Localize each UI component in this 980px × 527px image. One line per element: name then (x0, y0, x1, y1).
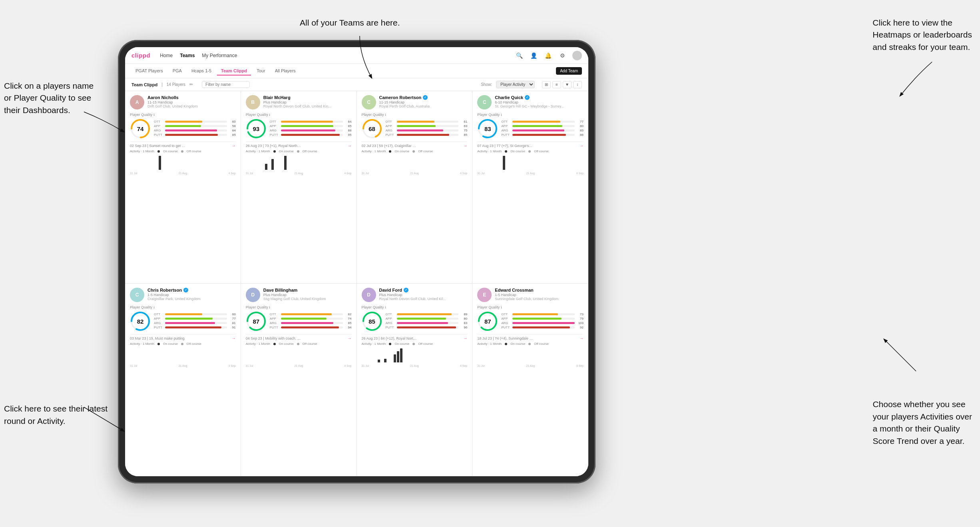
stat-value: 103 (576, 321, 584, 325)
latest-round[interactable]: 26 Aug 23 | 84 (+12), Royal North Devon … (362, 334, 468, 340)
score-circle[interactable]: 82 (130, 311, 151, 332)
stat-row: OTT 82 (270, 312, 352, 316)
filter-input[interactable] (202, 81, 250, 88)
stat-row: PUTT 96 (386, 326, 468, 329)
player-name[interactable]: Aaron Nicholls (147, 95, 236, 100)
stat-label: ARG (501, 129, 511, 132)
player-avatar: B (246, 95, 260, 109)
tab-all-players[interactable]: All Players (271, 67, 300, 76)
player-card[interactable]: C Charlie Quick ✓ 6-10 Handicap St. Geor… (472, 91, 588, 284)
player-name[interactable]: Edward Crossman (495, 288, 584, 292)
stat-label: PUTT (270, 326, 279, 329)
player-club: Sunningdale Golf Club, United Kingdom (495, 297, 584, 301)
settings-icon[interactable]: ⚙ (558, 51, 567, 60)
latest-round[interactable]: 02 Jul 23 | 59 (+17), Craiginillar Park … (362, 141, 468, 148)
x-label-2: 4 Sep (576, 172, 584, 175)
list-view-button[interactable]: ≡ (552, 81, 561, 88)
score-circle[interactable]: 87 (477, 311, 498, 332)
tab-tour[interactable]: Tour (253, 67, 269, 76)
latest-round[interactable]: 26 Aug 23 | 73 (+1), Royal North Devon G… (246, 141, 352, 148)
player-name[interactable]: Charlie Quick ✓ (495, 95, 584, 100)
score-circle[interactable]: 83 (477, 118, 498, 139)
player-card[interactable]: C Cameron Robertson ✓ 11-15 Handicap Roy… (357, 91, 473, 284)
score-circle[interactable]: 74 (130, 118, 151, 139)
quality-section[interactable]: 87 OTT 82 APP 74 ARG (246, 311, 352, 332)
stat-row: PUTT 91 (154, 326, 236, 329)
chart-axis: 31 Jul 21 Aug 4 Sep (246, 364, 352, 367)
filter-button[interactable]: ▼ (563, 81, 572, 88)
tab-hcaps[interactable]: Hcaps 1-5 (187, 67, 215, 76)
player-name[interactable]: Cameron Robertson ✓ (379, 95, 468, 100)
tab-pgat-players[interactable]: PGAT Players (131, 67, 167, 76)
quality-section[interactable]: 82 OTT 60 APP 77 ARG (130, 311, 236, 332)
search-icon[interactable]: 🔍 (515, 51, 524, 60)
stat-bar (281, 129, 335, 131)
stat-value: 83 (460, 321, 467, 325)
player-card[interactable]: B Blair McHarg Plus Handicap Royal North… (241, 91, 357, 284)
stat-bar-wrap (512, 129, 575, 131)
latest-round[interactable]: 02 Sep 23 | Sunset round to get back int… (130, 141, 236, 148)
stat-bar (281, 322, 334, 324)
player-name[interactable]: Chris Robertson ✓ (147, 288, 236, 292)
chart-bar (503, 156, 505, 170)
player-name[interactable]: Blair McHarg (263, 95, 352, 100)
add-team-button[interactable]: Add Team (556, 67, 582, 75)
player-card[interactable]: E Edward Crossman 1-5 Handicap Sunningda… (472, 284, 588, 476)
stat-row: OTT 77 (501, 120, 584, 123)
latest-round[interactable]: 07 Aug 23 | 77 (+7), St George's Hill GC… (477, 141, 584, 148)
latest-round[interactable]: 03 Mar 23 | 19, Must make putting → (130, 334, 236, 340)
round-text: 26 Aug 23 | 73 (+1), Royal North Devon G… (246, 144, 302, 148)
avatar[interactable] (572, 51, 582, 60)
bell-icon[interactable]: 🔔 (544, 51, 552, 60)
stat-row: OTT 60 (154, 120, 236, 123)
player-card[interactable]: C Chris Robertson ✓ 1-5 Handicap Craigin… (125, 284, 241, 476)
latest-round[interactable]: 18 Jul 23 | 74 (+4), Sunningdale GC - Ol… (477, 334, 584, 340)
player-name[interactable]: David Ford ✓ (379, 288, 468, 292)
quality-section[interactable]: 83 OTT 77 APP 80 ARG (477, 118, 584, 139)
player-name[interactable]: Dave Billingham (263, 288, 352, 292)
stat-label: OTT (501, 312, 511, 316)
off-course-dot (297, 343, 299, 345)
latest-round[interactable]: 04 Sep 23 | Mobility with coach, Gym → (246, 334, 352, 340)
chart-axis: 31 Jul 21 Aug 4 Sep (477, 364, 584, 367)
player-handicap: 1-5 Handicap (495, 293, 584, 297)
edit-icon[interactable]: ✏ (189, 82, 193, 87)
off-course-dot (412, 150, 415, 153)
stat-bar-wrap (397, 313, 459, 315)
player-card[interactable]: D David Ford ✓ Plus Handicap Royal North… (357, 284, 473, 476)
score-circle[interactable]: 68 (362, 118, 382, 139)
nav-my-performance[interactable]: My Performance (202, 53, 237, 58)
stat-value: 95 (345, 133, 352, 137)
on-course-dot (389, 343, 391, 345)
score-value: 85 (368, 318, 375, 325)
score-circle[interactable]: 87 (246, 311, 267, 332)
x-label-1: 21 Aug (294, 364, 303, 367)
player-card[interactable]: D Dave Billingham Plus Handicap Ssg Magi… (241, 284, 357, 476)
stat-row: ARG 103 (501, 321, 584, 325)
sort-button[interactable]: ↕ (573, 81, 582, 88)
tab-pga[interactable]: PGA (169, 67, 186, 76)
stat-label: ARG (270, 129, 279, 132)
quality-section[interactable]: 74 OTT 60 APP 58 ARG (130, 118, 236, 139)
quality-section[interactable]: 68 OTT 61 APP 63 ARG (362, 118, 468, 139)
activity-section: Activity · 1 Month On course Off course … (246, 342, 352, 367)
quality-section[interactable]: 87 OTT 73 APP 79 ARG (477, 311, 584, 332)
tab-team-clippd[interactable]: Team Clippd (217, 67, 251, 76)
quality-section[interactable]: 85 OTT 89 APP 80 ARG (362, 311, 468, 332)
score-circle[interactable]: 85 (362, 311, 382, 332)
nav-teams[interactable]: Teams (180, 53, 195, 58)
quality-section[interactable]: 93 OTT 84 APP 85 ARG (246, 118, 352, 139)
nav-icons: 🔍 👤 🔔 ⚙ (515, 51, 582, 60)
profile-icon[interactable]: 👤 (529, 51, 538, 60)
score-circle[interactable]: 93 (246, 118, 267, 139)
player-handicap: Plus Handicap (379, 293, 468, 297)
grid-view-button[interactable]: ⊞ (542, 81, 551, 88)
player-card[interactable]: A Aaron Nicholls 11-15 Handicap Drift Go… (125, 91, 241, 284)
show-select[interactable]: Player Activity (496, 81, 535, 88)
annotation-player-name: Click on a players name or Player Qualit… (4, 80, 94, 116)
annotation-quality-trend: Choose whether you see your players Acti… (872, 398, 972, 447)
nav-home[interactable]: Home (160, 53, 173, 58)
player-info: David Ford ✓ Plus Handicap Royal North D… (379, 288, 468, 301)
logo[interactable]: clippd (131, 52, 150, 59)
stat-bar-wrap (281, 134, 343, 136)
